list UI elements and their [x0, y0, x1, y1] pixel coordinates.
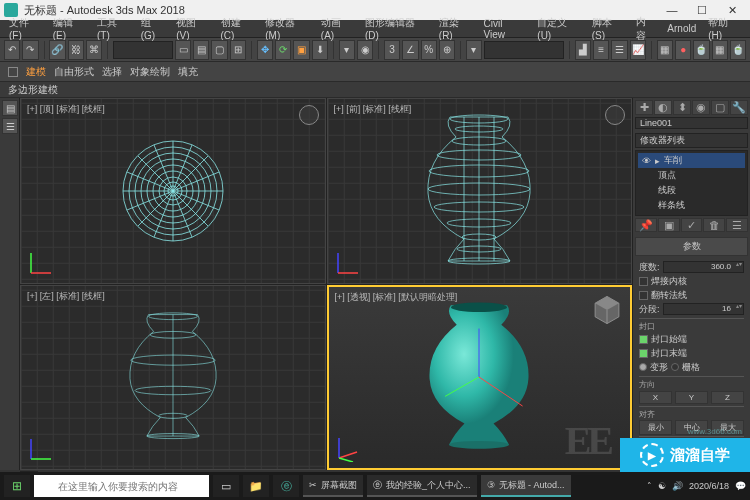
material-editor-button[interactable]: ● [675, 40, 691, 60]
unlink-button[interactable]: ⛓ [68, 40, 84, 60]
display-panel-tab[interactable]: ▢ [711, 100, 729, 115]
viewport-front-shade-button[interactable] [605, 105, 625, 125]
redo-button[interactable]: ↷ [22, 40, 38, 60]
menu-arnold[interactable]: Arnold [662, 21, 701, 36]
ribbon-toggle-icon[interactable] [8, 67, 18, 77]
align-button[interactable]: ≡ [593, 40, 609, 60]
tray-ime-icon[interactable]: ☯ [658, 481, 666, 491]
cap-start-checkbox[interactable] [639, 335, 648, 344]
move-button[interactable]: ✥ [257, 40, 273, 60]
direction-y-button[interactable]: Y [675, 391, 708, 404]
menu-group[interactable]: 组(G) [136, 14, 170, 43]
spinner-snap-button[interactable]: ⊕ [439, 40, 455, 60]
undo-button[interactable]: ↶ [4, 40, 20, 60]
ribbon-poly-label[interactable]: 多边形建模 [8, 83, 58, 97]
modifier-stack[interactable]: 👁▸车削 顶点 线段 样条线 [635, 150, 748, 216]
viewport-top-label[interactable]: [+] [顶] [标准] [线框] [27, 103, 105, 116]
flip-normals-checkbox[interactable] [639, 291, 648, 300]
edge-icon[interactable]: ⓔ [273, 475, 299, 497]
place-button[interactable]: ⬇ [312, 40, 328, 60]
cap-grid-radio[interactable] [671, 363, 679, 371]
render-button[interactable]: 🍵 [730, 40, 746, 60]
cap-morph-radio[interactable] [639, 363, 647, 371]
viewport-left-label[interactable]: [+] [左] [标准] [线框] [27, 290, 105, 303]
taskbar-app-browser[interactable]: ⓔ我的经验_个人中心... [367, 475, 477, 497]
viewport-top-shade-button[interactable] [299, 105, 319, 125]
hierarchy-panel-tab[interactable]: ⬍ [673, 100, 691, 115]
explorer-icon[interactable]: 📁 [243, 475, 269, 497]
select-button[interactable]: ▭ [175, 40, 191, 60]
render-frame-button[interactable]: ▦ [712, 40, 728, 60]
viewport-perspective-label[interactable]: [+] [透视] [标准] [默认明暗处理] [335, 291, 458, 304]
scene-explorer-button[interactable]: ▤ [2, 100, 18, 116]
pivot-button[interactable]: ◉ [357, 40, 373, 60]
stack-pin-button[interactable]: 📌 [635, 218, 657, 232]
stack-unique-button[interactable]: ✓ [681, 218, 703, 232]
mirror-button[interactable]: ▟ [575, 40, 591, 60]
direction-x-button[interactable]: X [639, 391, 672, 404]
ribbon-populate-tab[interactable]: 填充 [178, 65, 198, 79]
ribbon-modeling-tab[interactable]: 建模 [26, 65, 46, 79]
percent-snap-button[interactable]: % [421, 40, 437, 60]
svg-line-54 [339, 458, 353, 462]
angle-snap-button[interactable]: ∠ [402, 40, 418, 60]
scale-button[interactable]: ▣ [293, 40, 309, 60]
stack-vertex[interactable]: 顶点 [638, 168, 745, 183]
modifier-list-dropdown[interactable]: 修改器列表 [635, 133, 748, 148]
task-view-button[interactable]: ▭ [213, 475, 239, 497]
tray-notifications-icon[interactable]: 💬 [735, 481, 746, 491]
modify-panel-tab[interactable]: ◐ [654, 100, 672, 115]
motion-panel-tab[interactable]: ◉ [692, 100, 710, 115]
object-name-field[interactable]: Line001 [635, 117, 748, 129]
cap-end-checkbox[interactable] [639, 349, 648, 358]
named-selection-input[interactable] [484, 41, 564, 59]
ribbon-subtabs: 多边形建模 [0, 82, 750, 98]
params-rollout-header[interactable]: 参数 [635, 237, 748, 256]
minimize-button[interactable]: — [658, 1, 686, 19]
window-crossing-button[interactable]: ⊞ [230, 40, 246, 60]
segments-spinner[interactable]: 16 [663, 303, 744, 315]
viewport-left[interactable]: [+] [左] [标准] [线框] [20, 285, 326, 471]
layer-explorer-button[interactable]: ☰ [2, 118, 18, 134]
stack-show-button[interactable]: ▣ [658, 218, 680, 232]
stack-remove-button[interactable]: 🗑 [703, 218, 725, 232]
viewcube-icon[interactable] [590, 293, 624, 327]
selection-filter[interactable] [113, 41, 173, 59]
weld-core-checkbox[interactable] [639, 277, 648, 286]
utilities-panel-tab[interactable]: 🔧 [730, 100, 748, 115]
viewport-front-label[interactable]: [+] [前] [标准] [线框] [334, 103, 412, 116]
tray-speaker-icon[interactable]: 🔊 [672, 481, 683, 491]
tray-date[interactable]: 2020/6/18 [689, 481, 729, 491]
select-name-button[interactable]: ▤ [193, 40, 209, 60]
schematic-button[interactable]: ▦ [657, 40, 673, 60]
taskbar-app-3dsmax[interactable]: ③无标题 - Autod... [481, 475, 571, 497]
ribbon-freeform-tab[interactable]: 自由形式 [54, 65, 94, 79]
direction-z-button[interactable]: Z [711, 391, 744, 404]
refcoord-button[interactable]: ▾ [339, 40, 355, 60]
create-panel-tab[interactable]: ✚ [635, 100, 653, 115]
stack-spline[interactable]: 样条线 [638, 198, 745, 213]
viewport-top[interactable]: [+] [顶] [标准] [线框] [20, 98, 326, 284]
degrees-spinner[interactable]: 360.0 [663, 261, 744, 273]
start-button[interactable]: ⊞ [4, 475, 30, 497]
layer-button[interactable]: ☰ [611, 40, 627, 60]
align-min-button[interactable]: 最小 [639, 420, 672, 435]
snap-toggle-button[interactable]: 3 [384, 40, 400, 60]
tray-up-icon[interactable]: ˄ [647, 481, 652, 491]
render-setup-button[interactable]: 🍵 [693, 40, 709, 60]
stack-config-button[interactable]: ☰ [726, 218, 748, 232]
menu-civil-view[interactable]: Civil View [479, 16, 531, 42]
taskbar-search-input[interactable] [34, 475, 209, 497]
select-region-button[interactable]: ▢ [211, 40, 227, 60]
named-sets-button[interactable]: ▾ [466, 40, 482, 60]
eye-icon[interactable]: 👁 [642, 156, 651, 166]
viewport-front[interactable]: [+] [前] [标准] [线框] [327, 98, 633, 284]
bind-button[interactable]: ⌘ [86, 40, 102, 60]
rotate-button[interactable]: ⟳ [275, 40, 291, 60]
link-button[interactable]: 🔗 [49, 40, 65, 60]
ribbon-selection-tab[interactable]: 选择 [102, 65, 122, 79]
stack-segment[interactable]: 线段 [638, 183, 745, 198]
curve-editor-button[interactable]: 📈 [630, 40, 646, 60]
ribbon-paint-tab[interactable]: 对象绘制 [130, 65, 170, 79]
taskbar-app-snip[interactable]: ✂屏幕截图 [303, 475, 363, 497]
